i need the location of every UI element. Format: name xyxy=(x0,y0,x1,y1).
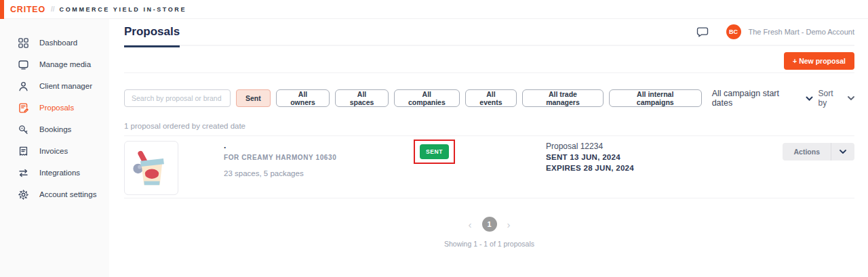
sidebar-item-bookings[interactable]: Bookings xyxy=(0,119,109,140)
sidebar-item-manage-media[interactable]: Manage media xyxy=(0,54,109,75)
results-summary: 1 proposal ordered by created date xyxy=(124,122,854,130)
proposal-expires-date: EXPIRES 28 JUN, 2024 xyxy=(546,163,634,173)
filter-chip-sent[interactable]: Sent xyxy=(236,89,271,107)
filter-chip-all-trade-managers[interactable]: All trade managers xyxy=(522,89,604,107)
key-icon xyxy=(18,124,29,135)
criteo-logo[interactable]: CRITEO xyxy=(10,5,45,14)
actions-button[interactable]: Actions xyxy=(783,143,831,161)
sidebar-item-label: Bookings xyxy=(39,125,71,133)
sidebar-item-dashboard[interactable]: Dashboard xyxy=(0,32,109,54)
page-header: Proposals BC The Fresh Mart - Demo Accou… xyxy=(124,19,854,46)
chevron-down-icon xyxy=(806,96,813,101)
arrows-swap-icon xyxy=(18,167,29,179)
pagination-next-button[interactable]: › xyxy=(507,219,511,230)
status-badge: SENT xyxy=(420,144,449,159)
brand-accent-strip xyxy=(0,0,4,19)
pagination-prev-button[interactable]: ‹ xyxy=(469,219,472,230)
sidebar-item-invoices[interactable]: Invoices xyxy=(0,140,109,162)
filter-chip-all-internal-campaigns[interactable]: All internal campaigns xyxy=(609,89,702,107)
filter-chip-all-owners[interactable]: All owners xyxy=(276,89,330,107)
proposal-name: . xyxy=(224,142,336,149)
sidebar: Dashboard Manage media Client manager xyxy=(0,19,109,277)
filter-chip-all-events[interactable]: All events xyxy=(465,89,517,107)
chat-icon[interactable] xyxy=(696,25,709,39)
proposal-info-block: Proposal 12234 SENT 13 JUN, 2024 EXPIRES… xyxy=(546,141,634,173)
page-title[interactable]: Proposals xyxy=(124,25,180,47)
sidebar-item-label: Invoices xyxy=(39,147,68,155)
proposal-subtitle: FOR CREAMY HARMONY 10630 xyxy=(224,154,336,161)
filter-chip-all-companies[interactable]: All companies xyxy=(394,89,460,107)
campaign-start-dates-label: All campaign start dates xyxy=(712,89,800,108)
avatar[interactable]: BC xyxy=(726,24,741,39)
screen-icon xyxy=(18,59,29,70)
actions-split-button: Actions xyxy=(783,143,854,161)
sidebar-item-label: Integrations xyxy=(39,169,80,177)
sidebar-item-label: Dashboard xyxy=(39,39,77,47)
proposal-meta: 23 spaces, 5 packages xyxy=(224,169,336,177)
sidebar-item-client-manager[interactable]: Client manager xyxy=(0,75,109,97)
page-actions-row: + New proposal xyxy=(124,46,854,73)
document-icon xyxy=(18,102,29,114)
new-proposal-button[interactable]: + New proposal xyxy=(784,52,854,70)
dashboard-icon xyxy=(18,37,29,49)
proposal-id: Proposal 12234 xyxy=(546,141,634,152)
proposal-title-block[interactable]: . FOR CREAMY HARMONY 10630 23 spaces, 5 … xyxy=(224,142,336,177)
proposal-thumbnail[interactable] xyxy=(124,141,178,195)
chevron-down-icon xyxy=(848,96,854,100)
sidebar-item-label: Client manager xyxy=(39,82,92,90)
proposal-sent-date: SENT 13 JUN, 2024 xyxy=(546,152,634,163)
pagination: ‹ 1 › xyxy=(124,217,854,232)
main-content: Proposals BC The Fresh Mart - Demo Accou… xyxy=(109,19,868,277)
actions-caret-button[interactable] xyxy=(831,143,854,161)
gear-icon xyxy=(18,189,29,200)
pagination-page-1[interactable]: 1 xyxy=(482,217,497,232)
search-input[interactable] xyxy=(124,89,231,107)
receipt-icon xyxy=(18,146,29,157)
campaign-start-dates-dropdown[interactable]: All campaign start dates xyxy=(712,89,813,108)
filters-bar: Sent All owners All spaces All companies… xyxy=(124,89,854,108)
sidebar-item-integrations[interactable]: Integrations xyxy=(0,162,109,184)
sort-by-label: Sort by xyxy=(818,89,843,108)
logo-separator: // xyxy=(51,5,55,13)
pagination-summary: Showing 1 - 1 of 1 proposals xyxy=(124,240,854,248)
sort-by-dropdown[interactable]: Sort by xyxy=(818,89,854,108)
account-name[interactable]: The Fresh Mart - Demo Account xyxy=(749,28,855,36)
sidebar-item-account-settings[interactable]: Account settings xyxy=(0,184,109,205)
sidebar-item-proposals[interactable]: Proposals xyxy=(0,97,109,119)
annotation-highlight-box: SENT xyxy=(414,140,455,164)
top-bar: CRITEO // COMMERCE YIELD IN-STORE xyxy=(0,0,868,19)
yogurt-illustration xyxy=(130,147,172,189)
sidebar-item-label: Manage media xyxy=(39,60,91,68)
person-icon xyxy=(18,81,29,92)
sidebar-item-label: Proposals xyxy=(39,104,74,112)
filter-chip-all-spaces[interactable]: All spaces xyxy=(335,89,388,107)
product-name: COMMERCE YIELD IN-STORE xyxy=(60,6,186,13)
sidebar-item-label: Account settings xyxy=(39,190,96,198)
proposal-row: . FOR CREAMY HARMONY 10630 23 spaces, 5 … xyxy=(124,135,854,198)
